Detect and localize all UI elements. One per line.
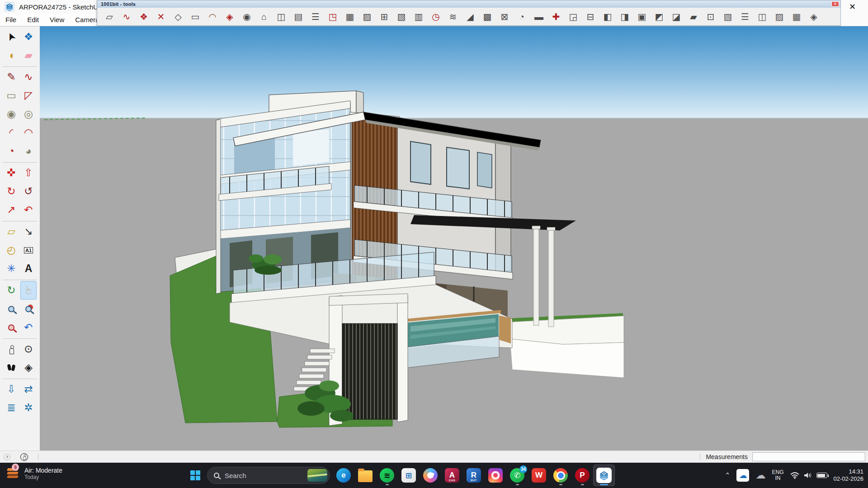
1001bit-tool-15-icon[interactable]: ▦ [341,10,359,23]
1001bit-tool-34-icon[interactable]: ◪ [668,10,685,23]
1001bit-tool-04-icon[interactable]: ✕ [152,10,170,23]
select-tool[interactable]: ➤ [3,28,19,46]
protractor-tool[interactable]: ◴ [3,241,19,259]
1001bit-tool-06-icon[interactable]: ▭ [187,10,204,23]
1001bit-tool-42-icon[interactable]: ◈ [805,10,822,23]
arc-3pt-tool[interactable]: ◔ [3,142,19,160]
1001bit-tool-14-icon[interactable]: ◳ [324,10,341,23]
arc-2pt-tool[interactable]: ◜ [3,123,19,142]
1001bit-tool-11-icon[interactable]: ◫ [273,10,290,23]
paint-bucket-tool[interactable]: ◖ [3,46,19,65]
taskbar-app-copilot[interactable] [420,465,441,486]
1001bit-tool-35-icon[interactable]: ▰ [685,10,702,23]
1001bit-tool-22-icon[interactable]: ◢ [462,10,479,23]
1001bit-tool-07-icon[interactable]: ◠ [204,10,221,23]
model-settings-tool[interactable]: ✲ [20,399,37,417]
1001bit-tool-27-icon[interactable]: ✚ [547,10,565,23]
onedrive-icon[interactable]: ☁ [736,469,749,482]
start-button[interactable] [186,465,204,485]
zoom-extents-tool[interactable] [3,318,19,337]
taskbar-app-wps-office[interactable]: W [528,465,550,486]
taskbar-app-revit[interactable]: RRVT [463,465,485,486]
1001bit-tool-17-icon[interactable]: ⊞ [376,10,393,23]
model-info-icon[interactable] [20,453,28,461]
1001bit-tool-20-icon[interactable]: ◷ [427,10,444,23]
1001bit-tool-08-icon[interactable]: ◈ [221,10,238,23]
taskbar-app-whatsapp[interactable]: ✆34 [506,465,528,486]
tray-clock[interactable]: 14:31 02-02-2026 [834,468,864,483]
1001bit-tool-38-icon[interactable]: ☰ [736,10,754,23]
tray-chevron-icon[interactable]: ⌃ [725,471,731,479]
geolocation-icon[interactable] [4,454,10,460]
toolbar-1001bit-titlebar[interactable]: 1001bit - tools ✕ [97,0,840,8]
make-component-tool[interactable]: ❖ [20,28,37,46]
move-tool[interactable]: ✜ [3,164,19,182]
1001bit-tool-33-icon[interactable]: ◩ [651,10,668,23]
toolbar-close-button[interactable]: ✕ [831,1,839,7]
1001bit-tool-39-icon[interactable]: ◫ [754,10,771,23]
polygon-tool[interactable]: ◎ [20,105,37,123]
3d-text-tool[interactable]: A [20,259,37,278]
rotated-rectangle-tool[interactable]: ◸ [20,86,37,105]
text-tool[interactable]: A1 [20,241,37,259]
1001bit-tool-02-icon[interactable]: ∿ [118,10,135,23]
1001bit-tool-31-icon[interactable]: ◨ [616,10,633,23]
scale-tool[interactable]: ↗ [3,201,19,219]
1001bit-tool-32-icon[interactable]: ▣ [633,10,651,23]
cloud-sync-icon[interactable]: ☁ [755,469,765,481]
1001bit-tool-19-icon[interactable]: ▥ [410,10,427,23]
1001bit-tool-26-icon[interactable]: ▬ [530,10,547,23]
1001bit-tool-24-icon[interactable]: ⊠ [496,10,513,23]
1001bit-tool-37-icon[interactable]: ▧ [719,10,736,23]
layers-export-tool[interactable]: ≣ [3,399,19,417]
taskbar-app-autocad[interactable]: ACAD [441,465,463,486]
dimension-tool[interactable]: ↘ [20,222,37,241]
freehand-tool[interactable]: ∿ [20,68,37,86]
menu-file[interactable]: File [0,14,22,25]
viewport-3d-model[interactable] [40,26,868,450]
rectangle-tool[interactable]: ▭ [3,86,19,105]
look-around-tool[interactable]: ⊙ [20,340,37,358]
1001bit-tool-40-icon[interactable]: ▨ [771,10,788,23]
1001bit-tool-16-icon[interactable]: ▨ [359,10,376,23]
1001bit-tool-28-icon[interactable]: ◲ [565,10,582,23]
push-pull-tool[interactable]: ⇧ [20,164,37,182]
follow-me-tool[interactable]: ↺ [20,182,37,201]
1001bit-tool-13-icon[interactable]: ☰ [307,10,324,23]
taskbar-app-spotify[interactable]: ≋ [376,465,398,486]
tape-measure-tool[interactable]: ▱ [3,222,19,241]
1001bit-tool-09-icon[interactable]: ◉ [238,10,255,23]
circle-tool[interactable]: ◉ [3,105,19,123]
position-camera-tool[interactable] [3,340,19,358]
pan-tool[interactable]: ☞ [20,281,37,300]
taskbar-app-pinterest[interactable]: P [571,465,593,486]
1001bit-tool-21-icon[interactable]: ≋ [444,10,462,23]
1001bit-tool-25-icon[interactable]: ◔ [513,10,530,23]
1001bit-tool-03-icon[interactable]: ❖ [135,10,152,23]
taskbar-weather-widget[interactable]: 9 Air: Moderate Today [6,466,62,481]
taskbar-app-instagram[interactable] [485,465,506,486]
axes-tool[interactable]: ✳ [3,259,19,278]
1001bit-tool-10-icon[interactable]: ⌂ [255,10,273,23]
arc-tool[interactable]: ◠ [20,123,37,142]
taskbar-search[interactable]: Search [207,467,330,484]
orbit-tool[interactable]: ↻ [3,281,19,300]
line-tool[interactable]: ✎ [3,68,19,86]
offset-tool[interactable]: ↶ [20,201,37,219]
system-tray-status[interactable] [790,472,827,479]
1001bit-tool-36-icon[interactable]: ⊡ [702,10,719,23]
trimble-sync-tool[interactable]: ⇄ [20,380,37,399]
camera-compass-tool[interactable]: ◈ [20,358,37,377]
taskbar-app-chrome[interactable] [550,465,571,486]
pie-tool[interactable]: ◕ [20,142,37,160]
rotate-tool[interactable]: ↻ [3,182,19,201]
taskbar-app-microsoft-store[interactable]: ⊞ [398,465,420,486]
1001bit-tool-01-icon[interactable]: ▱ [101,10,118,23]
1001bit-tool-12-icon[interactable]: ▤ [290,10,307,23]
menu-view[interactable]: View [44,14,70,25]
taskbar-app-sketchup[interactable] [593,465,615,486]
zoom-tool[interactable] [3,300,19,318]
taskbar-app-file-explorer[interactable] [354,465,376,486]
taskbar-app-edge[interactable]: e [333,465,354,486]
menu-edit[interactable]: Edit [22,14,44,25]
